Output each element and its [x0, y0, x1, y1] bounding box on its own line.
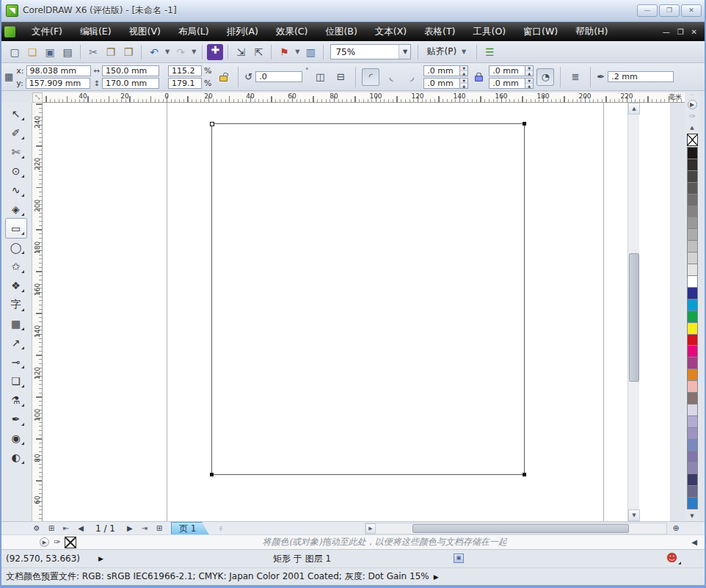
cut-button[interactable]: ✂ [84, 43, 102, 61]
new-document-button[interactable]: ▢ [6, 43, 23, 61]
prev-page-button[interactable]: ◀ [73, 523, 88, 534]
color-swatch-12[interactable] [687, 288, 698, 300]
color-swatch-7[interactable] [687, 229, 698, 241]
copy-button[interactable]: ❐ [102, 43, 120, 61]
menu-item-bitmaps[interactable]: 位图(B) [316, 23, 365, 41]
rotation-angle-input[interactable]: .0 [255, 71, 302, 82]
scroll-up-arrow[interactable]: ▲ [628, 103, 640, 115]
lock-corners-button[interactable] [471, 70, 486, 84]
lock-ratio-button[interactable] [214, 68, 232, 86]
color-swatch-18[interactable] [687, 357, 698, 369]
color-swatch-11[interactable] [687, 276, 698, 288]
drawing-canvas[interactable] [43, 103, 670, 521]
color-swatch-2[interactable] [687, 171, 698, 183]
document-palette-eyedropper-icon[interactable]: ✑ [54, 537, 60, 547]
color-swatch-10[interactable] [687, 264, 698, 276]
wrap-text-button[interactable]: ≣ [567, 68, 584, 86]
print-button[interactable]: ▤ [59, 43, 76, 61]
color-eyedropper-tool[interactable]: ⚗ [6, 391, 26, 410]
corner-node-bottom-right[interactable] [523, 473, 526, 476]
color-swatch-23[interactable] [687, 416, 698, 428]
options-button[interactable]: ☰ [481, 43, 498, 61]
color-swatch-1[interactable] [687, 159, 698, 171]
round-corner-button[interactable]: ◜ [362, 68, 379, 86]
outline-width-input[interactable]: .2 mm [608, 71, 674, 82]
search-content-button[interactable]: ✚ [206, 43, 224, 61]
user-account-icon[interactable]: ☻ [666, 552, 678, 565]
palette-flyout-button[interactable]: ▶ [688, 100, 697, 109]
ellipse-tool[interactable]: ◯ [6, 238, 26, 257]
scalloped-corner-button[interactable]: ◟ [382, 68, 400, 86]
object-y-input[interactable]: 157.909 mm [26, 78, 90, 89]
ruler-origin-button[interactable]: ⤡ [32, 92, 43, 103]
export-button[interactable]: ⇱ [250, 43, 267, 61]
polygon-tool[interactable]: ✩ [6, 257, 26, 276]
palette-grip[interactable]: ⋯ [690, 91, 695, 98]
rectangle-tool[interactable]: ▭ [6, 219, 26, 238]
menu-item-arrange[interactable]: 排列(A) [218, 23, 267, 41]
corner-radius-bl-input[interactable]: .0 mm [423, 78, 460, 89]
vertical-scrollbar-thumb[interactable] [629, 253, 639, 382]
import-button[interactable]: ⇲ [232, 43, 250, 61]
palette-scroll-down[interactable]: ▼ [687, 510, 698, 521]
radius-tr-spinner[interactable]: ▼▲ [525, 65, 534, 76]
scroll-down-arrow[interactable]: ▼ [628, 509, 640, 521]
welcome-screen-button[interactable]: ▥ [302, 43, 319, 61]
radius-tl-spinner[interactable]: ▼▲ [460, 65, 468, 76]
menu-item-table[interactable]: 表格(T) [415, 23, 464, 41]
pick-tool[interactable]: ↖ [6, 104, 26, 123]
color-swatch-29[interactable] [687, 486, 698, 498]
chamfered-corner-button[interactable]: ◞ [403, 68, 421, 86]
corner-node-top-left[interactable] [210, 122, 214, 126]
color-swatch-8[interactable] [687, 241, 698, 253]
horizontal-ruler[interactable]: 4020020406080100120140160180200220毫米 [43, 92, 686, 103]
no-color-swatch[interactable] [687, 134, 698, 146]
snap-to-button[interactable]: 贴齐(P) ▼ [422, 44, 473, 59]
freehand-tool[interactable]: ∿ [6, 181, 26, 200]
smart-fill-tool[interactable]: ◈ [6, 200, 26, 219]
crop-tool[interactable]: ✄ [6, 142, 26, 161]
color-swatch-4[interactable] [687, 195, 698, 206]
fill-tool[interactable]: ◉ [6, 429, 26, 448]
status-flyout-button[interactable]: ▶ [98, 555, 103, 562]
color-swatch-15[interactable] [687, 323, 698, 335]
object-x-input[interactable]: 98.038 mm [26, 65, 91, 76]
connector-tool[interactable]: ⊸ [6, 352, 26, 371]
paste-button[interactable]: ❒ [120, 43, 137, 61]
color-swatch-30[interactable] [687, 498, 698, 509]
corner-node-bottom-left[interactable] [210, 473, 214, 476]
mirror-vertical-button[interactable]: ⊟ [332, 68, 349, 86]
doc-close-button[interactable]: ✕ [691, 28, 697, 36]
vertical-scrollbar[interactable]: ▲ ▼ [627, 103, 639, 521]
open-button[interactable]: ❏ [23, 43, 41, 61]
undo-button[interactable]: ↶ [145, 43, 163, 61]
scale-h-input[interactable]: 115.2 [168, 65, 202, 76]
color-swatch-16[interactable] [687, 335, 698, 346]
color-swatch-27[interactable] [687, 462, 698, 474]
minimize-button[interactable]: — [637, 4, 658, 17]
profile-flyout-button[interactable]: ▶ [434, 573, 439, 581]
scroll-right-arrow[interactable]: ▶ [365, 523, 376, 534]
navigator-button[interactable]: ⊕ [669, 523, 683, 534]
color-swatch-28[interactable] [687, 474, 698, 486]
close-button[interactable]: ✕ [681, 4, 702, 17]
menu-item-layout[interactable]: 布局(L) [170, 23, 218, 41]
color-swatch-25[interactable] [687, 440, 698, 451]
page-sorter-button[interactable]: ⚙ [29, 523, 44, 534]
menu-logo-icon[interactable] [4, 26, 15, 37]
corner-radius-br-input[interactable]: .0 mm [489, 78, 525, 89]
blend-tool[interactable]: ❏ [6, 371, 26, 391]
color-swatch-19[interactable] [687, 369, 698, 381]
radius-br-spinner[interactable]: ▼▲ [525, 78, 534, 89]
color-swatch-26[interactable] [687, 451, 698, 463]
menu-item-effects[interactable]: 效果(C) [267, 23, 316, 41]
color-swatch-22[interactable] [687, 404, 698, 416]
menu-item-view[interactable]: 视图(V) [120, 23, 170, 41]
zoom-dropdown-arrow[interactable]: ▼ [399, 45, 410, 59]
application-launcher-button[interactable]: ⚑ [275, 43, 293, 61]
color-swatch-3[interactable] [687, 183, 698, 195]
document-palette-no-color-swatch[interactable] [65, 537, 76, 548]
menu-item-window[interactable]: 窗口(W) [514, 23, 567, 41]
color-swatch-6[interactable] [687, 217, 698, 229]
color-swatch-24[interactable] [687, 428, 698, 440]
